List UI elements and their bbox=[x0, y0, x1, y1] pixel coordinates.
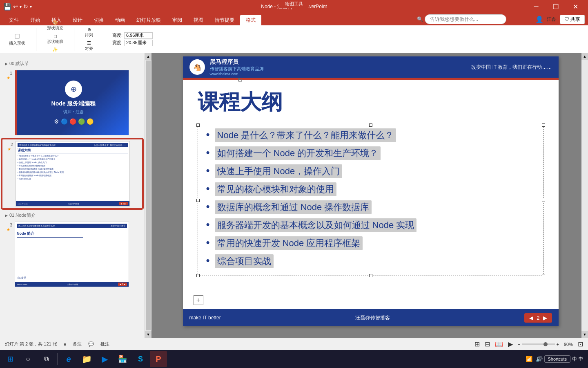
tab-animations[interactable]: 动画 bbox=[109, 15, 131, 25]
width-input[interactable] bbox=[124, 40, 153, 46]
brand-name: 黑马程序员 bbox=[210, 58, 264, 66]
tab-review[interactable]: 审阅 bbox=[167, 15, 188, 25]
thumb2-item-4: • 常见的核心模块和对象的使用 bbox=[18, 164, 128, 167]
comments-label[interactable]: 批注 bbox=[100, 341, 109, 347]
scroll-up-right[interactable]: ▲ bbox=[581, 53, 588, 60]
taskbar-sys-icons[interactable]: 📶 🔊 bbox=[526, 356, 543, 362]
nav-next-btn[interactable]: ▶ bbox=[543, 315, 547, 321]
minimize-button[interactable]: ─ bbox=[527, 0, 546, 13]
fit-page-btn[interactable]: ⊡ bbox=[578, 340, 583, 348]
customize-icon[interactable]: ▾ bbox=[30, 4, 32, 9]
tab-design[interactable]: 设计 bbox=[67, 15, 88, 25]
zoom-in-btn[interactable]: + bbox=[557, 342, 559, 347]
bullet-selection-box[interactable]: Node 是什么？带来了什么？能用来做什么？ 如何搭建一个 Node 的开发和生… bbox=[198, 125, 544, 276]
handle-tl[interactable] bbox=[196, 123, 200, 127]
handle-ml[interactable] bbox=[196, 199, 200, 202]
search-bar[interactable]: 🔍 bbox=[417, 13, 506, 25]
network-icon[interactable]: 📶 bbox=[526, 356, 532, 362]
save-icon[interactable]: 💾 bbox=[3, 3, 11, 11]
quick-access-toolbar[interactable]: 💾 ↩ ▾ ↻ ▾ bbox=[3, 2, 32, 11]
rotate-handle[interactable]: ↻ bbox=[237, 76, 243, 84]
time: 中 bbox=[579, 356, 583, 362]
tab-view[interactable]: 视图 bbox=[188, 15, 209, 25]
zoom-slider[interactable] bbox=[522, 343, 555, 345]
taskbar-sep-1 bbox=[57, 353, 58, 365]
slide-thumb-3[interactable]: 黑马程序员 | 传智播客旗下高端教育品牌 改变中国IT 教育 Node 简介 m… bbox=[15, 222, 129, 287]
slide-item-1[interactable]: 1 ★ ⊕ Node 服务端编程 讲师：汪磊 ⚙ 🔵 🔴 🟢 🟡 bbox=[2, 68, 143, 137]
tab-slideshow[interactable]: 幻灯片放映 bbox=[131, 15, 167, 25]
view-normal-btn[interactable]: ⊞ bbox=[474, 340, 480, 348]
zoom-control[interactable]: − + bbox=[518, 342, 559, 347]
expand-icon[interactable]: + bbox=[194, 295, 203, 305]
slide-thumb-2[interactable]: 黑马程序员 | 传智播客旗下高端教育品牌 改变中国IT 教育, 我们正在行动……… bbox=[16, 141, 130, 206]
section-label-1[interactable]: 01.Node简介 bbox=[2, 211, 143, 220]
footer-nav[interactable]: ◀ 2 ▶ bbox=[524, 313, 552, 323]
start-button[interactable]: ⊞ bbox=[2, 351, 19, 367]
canvas-scrollbar-right[interactable]: ▲ ▼ bbox=[581, 53, 588, 338]
scroll-down-btn[interactable]: ▼ bbox=[145, 331, 151, 338]
thumb2-footer: make IT better 汪磊@传智播客 ◀ 2 ▶ bbox=[16, 201, 129, 206]
zoom-out-btn[interactable]: − bbox=[518, 342, 520, 347]
shortcuts-label[interactable]: Shortcuts bbox=[544, 355, 570, 363]
handle-br[interactable] bbox=[542, 274, 545, 277]
shape-outline-btn[interactable]: ◻ 形状轮廓 bbox=[45, 33, 66, 45]
tab-home[interactable]: 开始 bbox=[24, 15, 46, 25]
align-btn[interactable]: ☰ 对齐 bbox=[82, 40, 96, 52]
media-button[interactable]: ▶ bbox=[96, 351, 113, 367]
shape-fill-btn[interactable]: 🎨 形状填充 bbox=[45, 19, 66, 32]
edge-button[interactable]: e bbox=[60, 351, 77, 367]
volume-icon[interactable]: 🔊 bbox=[536, 356, 543, 362]
main-title[interactable]: 课程大纲 bbox=[198, 88, 283, 117]
insert-shape-btn[interactable]: □ 插入形状 bbox=[7, 31, 28, 47]
folder-button[interactable]: 📁 bbox=[78, 351, 95, 367]
bullet-item-6: 服务器端开发的基本概念以及如何通过 Node 实现 bbox=[206, 218, 535, 232]
ime-indicator[interactable]: 中 bbox=[572, 356, 577, 363]
arrange-btn[interactable]: ⊕ 排列 bbox=[82, 26, 96, 39]
section-label-0[interactable]: 00.默认节 bbox=[2, 59, 143, 68]
search-input[interactable] bbox=[425, 14, 506, 24]
canvas-scrollbar-left[interactable]: ▲ ▼ bbox=[145, 53, 151, 338]
zoom-thumb[interactable] bbox=[543, 342, 548, 346]
task-view-button[interactable]: ⧉ bbox=[38, 351, 55, 367]
share-button[interactable]: ♡ 共享 bbox=[560, 15, 585, 24]
undo-icon[interactable]: ↩ bbox=[13, 3, 18, 10]
store-icon: 🏪 bbox=[118, 355, 127, 364]
header-slogan: 改变中国 IT 教育，我们正在行动…… bbox=[471, 64, 552, 71]
handle-bc[interactable] bbox=[369, 274, 372, 277]
thumb2-item-5: • 数据库的概念和通过 Node 操作数据库 bbox=[18, 167, 128, 171]
tab-transitions[interactable]: 切换 bbox=[88, 15, 109, 25]
scroll-track[interactable] bbox=[146, 61, 151, 330]
view-slideshow-btn[interactable]: ▶ bbox=[508, 340, 513, 348]
powerpoint-button[interactable]: P bbox=[150, 351, 167, 367]
redo-icon[interactable]: ↻ bbox=[23, 3, 28, 10]
scroll-up-btn[interactable]: ▲ bbox=[145, 53, 151, 60]
handle-bl[interactable] bbox=[196, 274, 200, 277]
scroll-down-right[interactable]: ▼ bbox=[581, 331, 588, 338]
slide-thumb-1[interactable]: ⊕ Node 服务端编程 讲师：汪磊 ⚙ 🔵 🔴 🟢 🟡 bbox=[15, 70, 129, 135]
skype-button[interactable]: S bbox=[132, 351, 149, 367]
tab-file[interactable]: 文件 bbox=[3, 15, 24, 25]
view-slidesorter-btn[interactable]: ⊟ bbox=[485, 340, 490, 348]
scroll-track-right[interactable] bbox=[581, 60, 588, 331]
notes-label[interactable]: 备注 bbox=[73, 341, 82, 347]
slide-item-3[interactable]: 3 ★ 黑马程序员 | 传智播客旗下高端教育品牌 改变中国IT 教育 Node … bbox=[2, 220, 143, 289]
effects-icon: ✨ bbox=[52, 47, 58, 52]
store-button[interactable]: 🏪 bbox=[114, 351, 131, 367]
align-icon: ☰ bbox=[87, 40, 91, 46]
tab-storyline[interactable]: 情节提要 bbox=[209, 15, 240, 25]
restore-button[interactable]: ❐ bbox=[546, 0, 565, 13]
tab-format[interactable]: 格式 bbox=[240, 15, 261, 25]
handle-tr[interactable] bbox=[542, 123, 545, 127]
window-controls[interactable]: ─ ❐ ✕ bbox=[527, 0, 585, 13]
height-input[interactable] bbox=[124, 32, 153, 39]
nav-prev-btn[interactable]: ◀ bbox=[529, 315, 533, 321]
thumb2-item-2: • 如何搭建一个 Node 的开发和生产环境？ bbox=[18, 157, 128, 161]
handle-mr[interactable] bbox=[542, 199, 545, 202]
search-button[interactable]: ○ bbox=[20, 351, 37, 367]
slide-item-2[interactable]: 2 ★ 黑马程序员 | 传智播客旗下高端教育品牌 改变中国IT 教育, 我们正在… bbox=[2, 139, 143, 209]
bullet-text-7: 常用的快速开发 Node 应用程序框架 bbox=[215, 236, 363, 250]
undo-dropdown-icon[interactable]: ▾ bbox=[20, 4, 22, 9]
close-button[interactable]: ✕ bbox=[566, 0, 585, 13]
view-reading-btn[interactable]: 📖 bbox=[495, 340, 503, 348]
handle-tc[interactable] bbox=[369, 123, 372, 127]
